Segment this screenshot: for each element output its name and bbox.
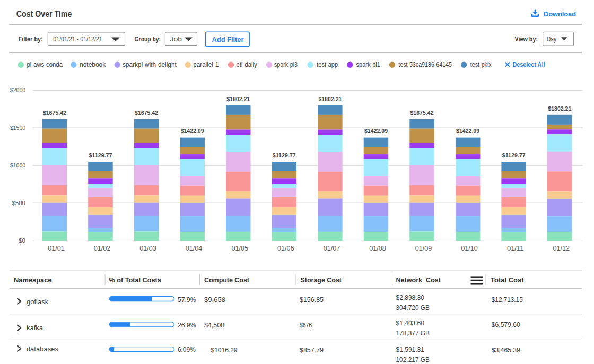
svg-text:etl-daily: etl-daily [237, 60, 257, 68]
svg-text:$1422.09: $1422.09 [181, 128, 204, 134]
svg-text:01/04: 01/04 [186, 245, 203, 252]
svg-text:parallel-1: parallel-1 [193, 60, 219, 68]
svg-text:test-app: test-app [317, 60, 338, 68]
svg-text:178,377 GB: 178,377 GB [396, 329, 430, 337]
svg-text:$12,713.15: $12,713.15 [492, 296, 523, 304]
svg-text:01/05: 01/05 [231, 245, 248, 252]
svg-text:$1129.77: $1129.77 [502, 152, 526, 158]
svg-text:$156.85: $156.85 [300, 296, 324, 304]
svg-text:$1675.42: $1675.42 [410, 110, 434, 116]
svg-text:01/07: 01/07 [324, 245, 340, 252]
svg-text:Deselect All: Deselect All [513, 60, 545, 68]
svg-text:$1000: $1000 [10, 162, 25, 168]
svg-text:$1422.09: $1422.09 [364, 128, 388, 134]
svg-text:notebook: notebook [80, 60, 106, 68]
svg-text:Group by:: Group by: [135, 35, 161, 43]
svg-text:$0: $0 [19, 237, 25, 244]
svg-text:$500: $500 [12, 200, 25, 206]
svg-text:Compute Cost: Compute Cost [204, 276, 249, 284]
svg-text:01/09: 01/09 [415, 245, 432, 252]
svg-text:pi-aws-conda: pi-aws-conda [27, 60, 63, 68]
svg-text:01/11: 01/11 [507, 245, 524, 252]
svg-text:6.09%: 6.09% [178, 345, 196, 353]
svg-text:Network Cost: Network Cost [396, 276, 441, 284]
svg-text:goflask: goflask [27, 298, 49, 306]
svg-text:$1802.21: $1802.21 [226, 96, 250, 102]
svg-text:Total Cost: Total Cost [491, 276, 524, 284]
svg-text:01/08: 01/08 [369, 245, 386, 252]
svg-text:$1802.21: $1802.21 [318, 96, 342, 102]
svg-text:Filter by:: Filter by: [19, 35, 43, 43]
svg-text:Storage Cost: Storage Cost [301, 276, 342, 284]
svg-text:$6,579.60: $6,579.60 [492, 321, 520, 329]
svg-text:01/03: 01/03 [139, 245, 156, 252]
svg-text:sparkpi-with-delight: sparkpi-with-delight [123, 60, 177, 68]
svg-text:$857.79: $857.79 [300, 346, 324, 354]
svg-text:$4,500: $4,500 [204, 321, 224, 329]
svg-text:$1129.77: $1129.77 [89, 152, 112, 158]
svg-text:spark-pi1: spark-pi1 [356, 60, 380, 68]
svg-text:databases: databases [27, 345, 58, 353]
svg-text:spark-pi3: spark-pi3 [274, 60, 298, 68]
svg-text:test-pkix: test-pkix [470, 60, 492, 68]
svg-text:% of Total Costs: % of Total Costs [109, 276, 161, 284]
svg-text:Namespace: Namespace [14, 276, 52, 284]
svg-text:57.9%: 57.9% [178, 296, 196, 304]
svg-text:Download: Download [544, 10, 576, 18]
svg-text:Add Filter: Add Filter [212, 35, 244, 43]
svg-text:Day: Day [547, 35, 557, 43]
svg-text:$676: $676 [300, 321, 312, 329]
svg-text:$9,658: $9,658 [204, 296, 225, 304]
svg-text:$1675.42: $1675.42 [43, 110, 66, 116]
svg-text:$1675.42: $1675.42 [135, 110, 158, 116]
svg-text:$1802.21: $1802.21 [548, 105, 571, 112]
svg-text:26.9%: 26.9% [178, 321, 196, 329]
svg-text:304,720 GB: 304,720 GB [396, 304, 430, 312]
svg-text:01/02: 01/02 [94, 245, 111, 252]
svg-text:01/01: 01/01 [48, 245, 65, 252]
svg-text:$3,465.39: $3,465.39 [492, 346, 520, 354]
svg-text:View by:: View by: [515, 35, 538, 43]
svg-text:102,217 GB: 102,217 GB [396, 356, 430, 363]
svg-text:$1,591.31: $1,591.31 [396, 345, 425, 353]
svg-text:$1422.09: $1422.09 [456, 128, 479, 134]
svg-text:01/12: 01/12 [553, 245, 570, 252]
svg-text:$1016.29: $1016.29 [211, 346, 238, 354]
svg-text:$2,898.30: $2,898.30 [396, 294, 425, 301]
svg-text:$1,403.60: $1,403.60 [396, 319, 425, 327]
svg-text:01/10: 01/10 [461, 245, 478, 252]
svg-text:$1500: $1500 [10, 125, 25, 131]
svg-text:01/06: 01/06 [277, 245, 294, 252]
svg-text:Job: Job [170, 35, 182, 43]
svg-text:test-53ca9186-64145: test-53ca9186-64145 [398, 60, 452, 68]
svg-text:Cost Over Time: Cost Over Time [16, 10, 72, 19]
svg-text:$2000: $2000 [10, 87, 25, 93]
svg-text:01/01/21 - 01/12/21: 01/01/21 - 01/12/21 [53, 35, 102, 43]
svg-text:kafka: kafka [27, 324, 43, 332]
svg-text:$1129.77: $1129.77 [273, 152, 296, 158]
